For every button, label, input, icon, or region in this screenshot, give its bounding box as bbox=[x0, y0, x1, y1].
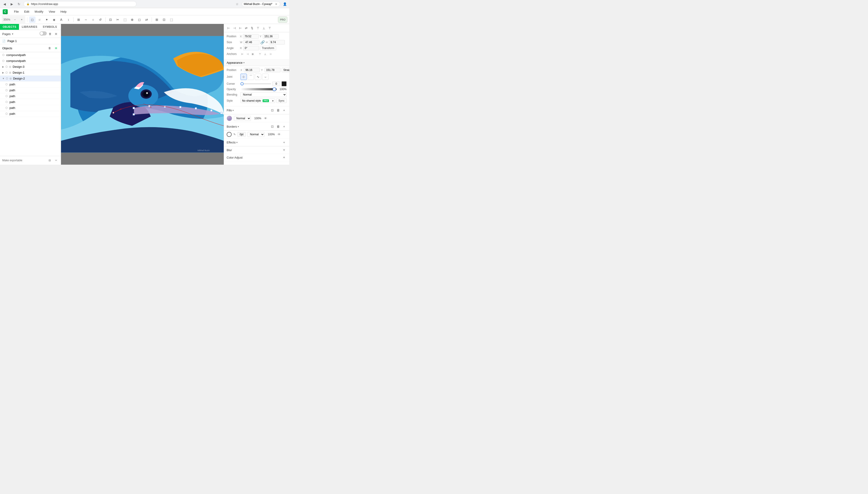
tab-symbols[interactable]: SYMBOLS bbox=[40, 24, 60, 30]
align-bottom-button[interactable]: ⊤ bbox=[267, 25, 272, 31]
obj-group-design2[interactable]: ▼ ⬡ ◎ Design-2 bbox=[0, 76, 61, 81]
forward-button[interactable]: ▶ bbox=[9, 1, 15, 7]
align-top-button[interactable]: ⊤ bbox=[255, 25, 261, 31]
fills-add-button[interactable]: + bbox=[282, 108, 286, 113]
list-item[interactable]: ⬡ path bbox=[0, 105, 61, 111]
anchor-top-button[interactable]: ⊤ bbox=[258, 52, 262, 56]
add-export-button[interactable]: + bbox=[54, 158, 58, 163]
effect-blur-row[interactable]: Blur + bbox=[224, 146, 289, 154]
opacity-slider-track[interactable] bbox=[241, 88, 277, 90]
menu-help[interactable]: Help bbox=[60, 10, 68, 14]
pen-tool[interactable]: ✦ bbox=[44, 17, 50, 23]
style-select[interactable]: No shared style PRO ▾ bbox=[241, 98, 275, 103]
menu-edit[interactable]: Edit bbox=[23, 10, 30, 14]
back-button[interactable]: ◀ bbox=[2, 1, 7, 7]
add-page-button[interactable]: ⊕ bbox=[54, 32, 58, 36]
reload-button[interactable]: ↻ bbox=[16, 1, 22, 7]
paste-tool[interactable]: ⊕ bbox=[129, 17, 135, 23]
border-width-input[interactable] bbox=[238, 132, 246, 137]
corner-slider[interactable] bbox=[241, 83, 271, 84]
tab-objects[interactable]: OBJECTS bbox=[0, 24, 19, 30]
group-tool[interactable]: ⊡ bbox=[161, 17, 167, 23]
borders-settings-button[interactable]: ⊡ bbox=[270, 124, 275, 129]
cut-tool[interactable]: ✂ bbox=[115, 17, 121, 23]
list-item[interactable]: ⬡ path bbox=[0, 93, 61, 99]
list-item[interactable]: ⬡ compoundpath bbox=[0, 58, 61, 64]
size-lock-button[interactable]: 🔗 bbox=[260, 40, 265, 44]
select-tool[interactable]: ◻ bbox=[29, 17, 36, 23]
page-item[interactable]: 📄 Page 1 bbox=[0, 38, 61, 44]
list-item[interactable]: ⬡ path bbox=[0, 88, 61, 93]
corner-value-input[interactable] bbox=[272, 81, 280, 86]
align-tool[interactable]: ⊞ bbox=[75, 17, 82, 23]
toggle-switch[interactable] bbox=[40, 32, 47, 36]
fill-blend-select[interactable]: Normal bbox=[234, 116, 251, 121]
fills-delete-button[interactable]: 🗑 bbox=[276, 108, 281, 113]
dist-v-button[interactable]: ⇅ bbox=[249, 25, 255, 31]
position-y-input[interactable] bbox=[263, 34, 279, 39]
list-item[interactable]: ⬡ path bbox=[0, 99, 61, 105]
borders-delete-button[interactable]: 🗑 bbox=[276, 124, 281, 129]
menu-modify[interactable]: Modify bbox=[34, 10, 44, 14]
align-center-h-button[interactable]: ⊣ bbox=[232, 25, 237, 31]
borders-add-button[interactable]: + bbox=[282, 124, 286, 129]
sync-button[interactable]: Sync bbox=[276, 98, 286, 103]
corner-swatch[interactable] bbox=[282, 81, 286, 86]
appear-x-input[interactable] bbox=[244, 68, 260, 72]
transform-tool[interactable]: ↕ bbox=[65, 17, 72, 23]
border-blend-select[interactable]: Normal bbox=[247, 132, 264, 137]
profile-button[interactable]: 👤 bbox=[282, 1, 287, 7]
anchor-bottom-button[interactable]: ⊣ bbox=[268, 52, 272, 56]
appearance-header[interactable]: Appearance ▾ bbox=[224, 60, 289, 66]
position-x-input[interactable] bbox=[243, 34, 259, 39]
align-left-button[interactable]: ⊢ bbox=[226, 25, 231, 31]
shape-tool[interactable]: ○ bbox=[36, 17, 43, 23]
appear-y-input[interactable] bbox=[265, 68, 280, 72]
delete-page-button[interactable]: 🗑 bbox=[48, 32, 53, 36]
obj-group-design1[interactable]: ▶ ⬡ ◎ Design-1 bbox=[0, 70, 61, 76]
list-item[interactable]: ⬡ path bbox=[0, 81, 61, 88]
pro-button[interactable]: PRO bbox=[278, 17, 287, 23]
transform-button[interactable]: Transform bbox=[260, 46, 276, 50]
flip-tool[interactable]: ⇄ bbox=[144, 17, 150, 23]
pages-dropdown-icon[interactable]: ▾ bbox=[12, 33, 13, 36]
zoom-minus-button[interactable]: − bbox=[12, 17, 18, 23]
rotate-tool[interactable]: ↺ bbox=[97, 17, 103, 23]
anchor-right-button[interactable]: ⊞ bbox=[250, 52, 255, 56]
obj-group-design3[interactable]: ▶ ⬡ ◎ Design-3 bbox=[0, 64, 61, 70]
symbol-tool[interactable]: ⊞ bbox=[154, 17, 160, 23]
object-settings-button[interactable]: ⊕ bbox=[54, 45, 58, 51]
align-center-v-button[interactable]: ⊥ bbox=[261, 25, 266, 31]
effect-blur-add-button[interactable]: + bbox=[282, 148, 286, 152]
blending-select[interactable]: Normal bbox=[241, 92, 286, 97]
list-item[interactable]: ⬡ path bbox=[0, 111, 61, 117]
fill-visibility-button[interactable]: 👁 bbox=[263, 116, 268, 121]
menu-file[interactable]: File bbox=[13, 10, 20, 14]
export-icon-button[interactable]: ⊟ bbox=[47, 158, 52, 163]
url-bar[interactable]: 🔒 https://coreldraw.app bbox=[23, 1, 136, 7]
grid-tool[interactable]: ⊡ bbox=[107, 17, 114, 23]
canvas-area[interactable]: Mikhail Buzin bbox=[61, 24, 224, 165]
node-tool[interactable]: ◈ bbox=[51, 17, 57, 23]
bookmark-button[interactable]: ☆ bbox=[234, 1, 240, 7]
zoom-plus-button[interactable]: + bbox=[19, 17, 25, 23]
align-right-button[interactable]: ⊢ bbox=[238, 25, 243, 31]
joint-btn-1[interactable]: ⊹ bbox=[241, 74, 247, 80]
effects-add-button[interactable]: + bbox=[282, 140, 286, 145]
dist-h-button[interactable]: ⇄ bbox=[243, 25, 249, 31]
arrange-tool[interactable]: ◻ bbox=[136, 17, 143, 23]
anchor-middle-button[interactable]: ⊥ bbox=[263, 52, 267, 56]
menu-view[interactable]: View bbox=[48, 10, 56, 14]
anchor-left-button[interactable]: ⊢ bbox=[240, 52, 245, 56]
joint-btn-3[interactable]: ∿ bbox=[255, 74, 261, 80]
distribute-tool[interactable]: ↔ bbox=[83, 17, 89, 23]
text-tool[interactable]: A bbox=[58, 17, 64, 23]
effect-color-adjust-add-button[interactable]: + bbox=[282, 155, 286, 160]
copy-tool[interactable]: ⬚ bbox=[122, 17, 128, 23]
angle-input[interactable] bbox=[243, 46, 259, 50]
close-tab-button[interactable]: × bbox=[274, 2, 278, 6]
joint-btn-2[interactable]: ⌒ bbox=[248, 74, 254, 80]
border-color-swatch[interactable] bbox=[227, 132, 232, 137]
effect-color-adjust-row[interactable]: Color Adjust + bbox=[224, 154, 289, 161]
delete-object-button[interactable]: 🗑 bbox=[47, 45, 52, 51]
